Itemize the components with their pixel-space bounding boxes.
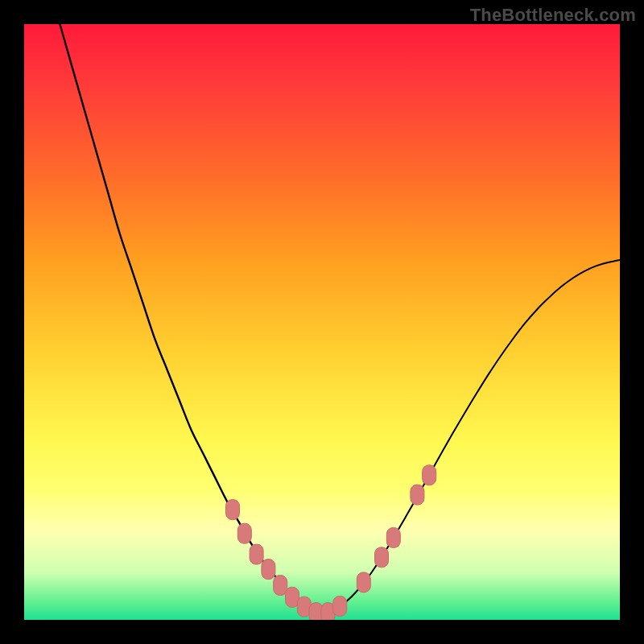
stage: TheBottleneck.com <box>0 0 644 644</box>
data-marker <box>423 465 436 485</box>
data-marker <box>357 572 370 592</box>
data-marker <box>375 547 389 568</box>
data-marker <box>333 597 347 617</box>
watermark-text: TheBottleneck.com <box>470 5 636 26</box>
plot-area <box>24 24 620 620</box>
data-marker <box>262 559 275 580</box>
markers-group <box>226 465 436 620</box>
data-marker <box>250 544 263 564</box>
markers-layer <box>24 24 620 620</box>
data-marker <box>226 500 240 520</box>
data-marker <box>237 523 251 543</box>
data-marker <box>411 485 424 505</box>
data-marker <box>386 527 400 547</box>
